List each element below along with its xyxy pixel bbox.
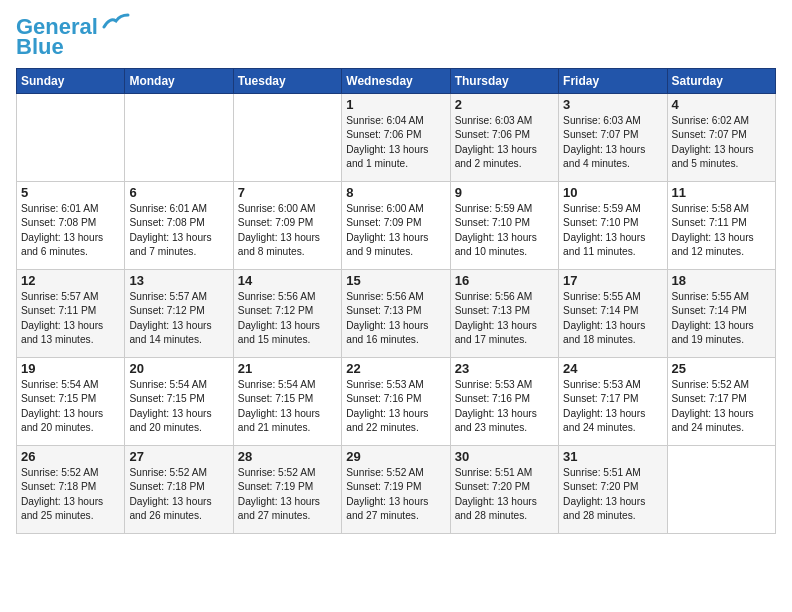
page-header: General Blue <box>16 16 776 58</box>
day-info: Sunrise: 5:52 AM Sunset: 7:19 PM Dayligh… <box>346 466 445 523</box>
day-number: 23 <box>455 361 554 376</box>
calendar-week: 12Sunrise: 5:57 AM Sunset: 7:11 PM Dayli… <box>17 270 776 358</box>
day-info: Sunrise: 5:53 AM Sunset: 7:17 PM Dayligh… <box>563 378 662 435</box>
day-info: Sunrise: 5:57 AM Sunset: 7:12 PM Dayligh… <box>129 290 228 347</box>
day-info: Sunrise: 6:04 AM Sunset: 7:06 PM Dayligh… <box>346 114 445 171</box>
calendar-cell: 19Sunrise: 5:54 AM Sunset: 7:15 PM Dayli… <box>17 358 125 446</box>
day-number: 24 <box>563 361 662 376</box>
calendar-cell: 1Sunrise: 6:04 AM Sunset: 7:06 PM Daylig… <box>342 94 450 182</box>
calendar-cell: 26Sunrise: 5:52 AM Sunset: 7:18 PM Dayli… <box>17 446 125 534</box>
calendar-cell: 22Sunrise: 5:53 AM Sunset: 7:16 PM Dayli… <box>342 358 450 446</box>
day-number: 3 <box>563 97 662 112</box>
day-info: Sunrise: 5:58 AM Sunset: 7:11 PM Dayligh… <box>672 202 771 259</box>
weekday-header: Saturday <box>667 69 775 94</box>
day-info: Sunrise: 5:56 AM Sunset: 7:12 PM Dayligh… <box>238 290 337 347</box>
calendar-week: 19Sunrise: 5:54 AM Sunset: 7:15 PM Dayli… <box>17 358 776 446</box>
logo: General Blue <box>16 16 130 58</box>
logo-bird-icon <box>102 13 130 33</box>
calendar-cell: 13Sunrise: 5:57 AM Sunset: 7:12 PM Dayli… <box>125 270 233 358</box>
day-info: Sunrise: 5:52 AM Sunset: 7:19 PM Dayligh… <box>238 466 337 523</box>
day-number: 21 <box>238 361 337 376</box>
calendar-cell: 30Sunrise: 5:51 AM Sunset: 7:20 PM Dayli… <box>450 446 558 534</box>
day-info: Sunrise: 5:52 AM Sunset: 7:17 PM Dayligh… <box>672 378 771 435</box>
calendar-cell: 20Sunrise: 5:54 AM Sunset: 7:15 PM Dayli… <box>125 358 233 446</box>
calendar-cell: 25Sunrise: 5:52 AM Sunset: 7:17 PM Dayli… <box>667 358 775 446</box>
day-info: Sunrise: 5:55 AM Sunset: 7:14 PM Dayligh… <box>672 290 771 347</box>
day-number: 7 <box>238 185 337 200</box>
calendar-cell: 12Sunrise: 5:57 AM Sunset: 7:11 PM Dayli… <box>17 270 125 358</box>
calendar-week: 1Sunrise: 6:04 AM Sunset: 7:06 PM Daylig… <box>17 94 776 182</box>
day-info: Sunrise: 5:57 AM Sunset: 7:11 PM Dayligh… <box>21 290 120 347</box>
day-info: Sunrise: 5:54 AM Sunset: 7:15 PM Dayligh… <box>129 378 228 435</box>
day-info: Sunrise: 5:53 AM Sunset: 7:16 PM Dayligh… <box>455 378 554 435</box>
day-info: Sunrise: 5:51 AM Sunset: 7:20 PM Dayligh… <box>455 466 554 523</box>
day-number: 20 <box>129 361 228 376</box>
calendar-cell <box>667 446 775 534</box>
day-number: 5 <box>21 185 120 200</box>
day-number: 22 <box>346 361 445 376</box>
calendar-cell <box>233 94 341 182</box>
calendar-cell: 7Sunrise: 6:00 AM Sunset: 7:09 PM Daylig… <box>233 182 341 270</box>
calendar-cell: 31Sunrise: 5:51 AM Sunset: 7:20 PM Dayli… <box>559 446 667 534</box>
day-info: Sunrise: 5:59 AM Sunset: 7:10 PM Dayligh… <box>455 202 554 259</box>
weekday-header: Monday <box>125 69 233 94</box>
calendar-week: 5Sunrise: 6:01 AM Sunset: 7:08 PM Daylig… <box>17 182 776 270</box>
day-number: 16 <box>455 273 554 288</box>
calendar-cell: 2Sunrise: 6:03 AM Sunset: 7:06 PM Daylig… <box>450 94 558 182</box>
day-info: Sunrise: 5:52 AM Sunset: 7:18 PM Dayligh… <box>21 466 120 523</box>
calendar-cell: 23Sunrise: 5:53 AM Sunset: 7:16 PM Dayli… <box>450 358 558 446</box>
calendar-cell: 18Sunrise: 5:55 AM Sunset: 7:14 PM Dayli… <box>667 270 775 358</box>
day-info: Sunrise: 5:56 AM Sunset: 7:13 PM Dayligh… <box>346 290 445 347</box>
day-info: Sunrise: 5:55 AM Sunset: 7:14 PM Dayligh… <box>563 290 662 347</box>
calendar-cell: 10Sunrise: 5:59 AM Sunset: 7:10 PM Dayli… <box>559 182 667 270</box>
day-number: 14 <box>238 273 337 288</box>
day-info: Sunrise: 6:00 AM Sunset: 7:09 PM Dayligh… <box>346 202 445 259</box>
day-number: 2 <box>455 97 554 112</box>
calendar-cell: 24Sunrise: 5:53 AM Sunset: 7:17 PM Dayli… <box>559 358 667 446</box>
calendar-cell <box>17 94 125 182</box>
calendar-cell: 3Sunrise: 6:03 AM Sunset: 7:07 PM Daylig… <box>559 94 667 182</box>
calendar-cell: 17Sunrise: 5:55 AM Sunset: 7:14 PM Dayli… <box>559 270 667 358</box>
day-number: 1 <box>346 97 445 112</box>
day-number: 26 <box>21 449 120 464</box>
weekday-header: Wednesday <box>342 69 450 94</box>
calendar-cell: 28Sunrise: 5:52 AM Sunset: 7:19 PM Dayli… <box>233 446 341 534</box>
day-number: 4 <box>672 97 771 112</box>
day-number: 9 <box>455 185 554 200</box>
weekday-header: Friday <box>559 69 667 94</box>
day-number: 31 <box>563 449 662 464</box>
logo-blue: Blue <box>16 34 64 59</box>
day-info: Sunrise: 5:51 AM Sunset: 7:20 PM Dayligh… <box>563 466 662 523</box>
day-info: Sunrise: 5:59 AM Sunset: 7:10 PM Dayligh… <box>563 202 662 259</box>
day-number: 19 <box>21 361 120 376</box>
day-number: 27 <box>129 449 228 464</box>
calendar-cell: 29Sunrise: 5:52 AM Sunset: 7:19 PM Dayli… <box>342 446 450 534</box>
calendar-cell: 16Sunrise: 5:56 AM Sunset: 7:13 PM Dayli… <box>450 270 558 358</box>
weekday-header: Thursday <box>450 69 558 94</box>
day-number: 15 <box>346 273 445 288</box>
day-info: Sunrise: 5:53 AM Sunset: 7:16 PM Dayligh… <box>346 378 445 435</box>
day-info: Sunrise: 6:01 AM Sunset: 7:08 PM Dayligh… <box>129 202 228 259</box>
calendar-cell: 5Sunrise: 6:01 AM Sunset: 7:08 PM Daylig… <box>17 182 125 270</box>
calendar-cell: 11Sunrise: 5:58 AM Sunset: 7:11 PM Dayli… <box>667 182 775 270</box>
weekday-header: Sunday <box>17 69 125 94</box>
day-number: 8 <box>346 185 445 200</box>
calendar-cell: 4Sunrise: 6:02 AM Sunset: 7:07 PM Daylig… <box>667 94 775 182</box>
day-info: Sunrise: 6:03 AM Sunset: 7:06 PM Dayligh… <box>455 114 554 171</box>
day-info: Sunrise: 5:56 AM Sunset: 7:13 PM Dayligh… <box>455 290 554 347</box>
calendar-table: SundayMondayTuesdayWednesdayThursdayFrid… <box>16 68 776 534</box>
calendar-body: 1Sunrise: 6:04 AM Sunset: 7:06 PM Daylig… <box>17 94 776 534</box>
day-info: Sunrise: 6:00 AM Sunset: 7:09 PM Dayligh… <box>238 202 337 259</box>
day-number: 28 <box>238 449 337 464</box>
day-info: Sunrise: 5:54 AM Sunset: 7:15 PM Dayligh… <box>21 378 120 435</box>
calendar-cell: 27Sunrise: 5:52 AM Sunset: 7:18 PM Dayli… <box>125 446 233 534</box>
day-number: 17 <box>563 273 662 288</box>
weekday-header: Tuesday <box>233 69 341 94</box>
day-number: 6 <box>129 185 228 200</box>
calendar-cell: 14Sunrise: 5:56 AM Sunset: 7:12 PM Dayli… <box>233 270 341 358</box>
day-number: 18 <box>672 273 771 288</box>
day-number: 30 <box>455 449 554 464</box>
day-info: Sunrise: 5:54 AM Sunset: 7:15 PM Dayligh… <box>238 378 337 435</box>
day-number: 11 <box>672 185 771 200</box>
calendar-cell: 15Sunrise: 5:56 AM Sunset: 7:13 PM Dayli… <box>342 270 450 358</box>
